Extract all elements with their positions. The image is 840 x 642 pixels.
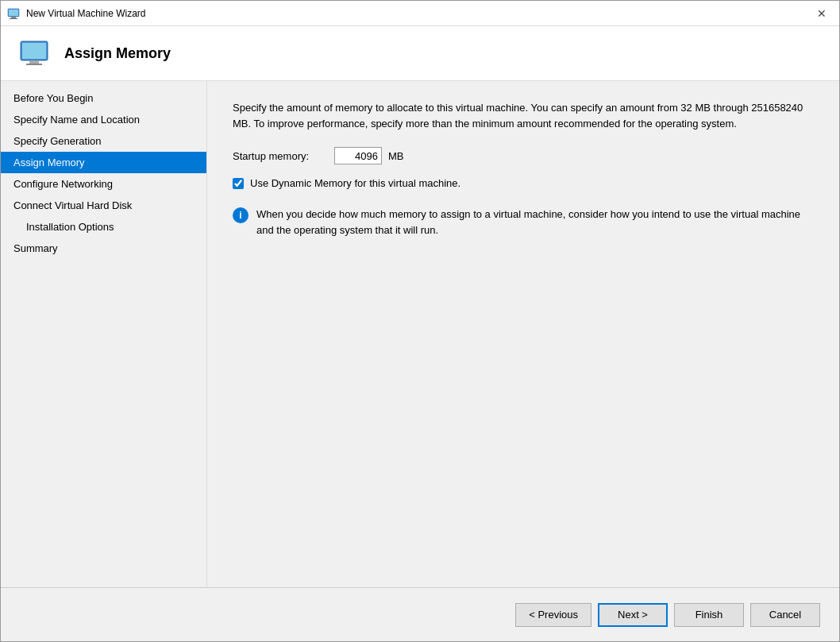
svg-rect-2 [11, 17, 16, 18]
info-icon: i [233, 207, 249, 223]
sidebar-item[interactable]: Specify Generation [1, 130, 206, 152]
memory-row: Startup memory: MB [233, 147, 814, 164]
previous-button[interactable]: < Previous [515, 603, 591, 627]
wizard-window: New Virtual Machine Wizard ✕ Assign Memo… [0, 0, 840, 642]
info-box: i When you decide how much memory to ass… [233, 203, 814, 241]
title-bar-icon [7, 7, 20, 20]
description-text: Specify the amount of memory to allocate… [233, 100, 814, 131]
sidebar-item[interactable]: Installation Options [1, 216, 206, 238]
dynamic-memory-checkbox[interactable] [233, 178, 244, 189]
sidebar-item[interactable]: Connect Virtual Hard Disk [1, 195, 206, 216]
finish-button[interactable]: Finish [674, 603, 744, 627]
content-area: Before You BeginSpecify Name and Locatio… [1, 81, 839, 587]
memory-unit: MB [388, 150, 404, 162]
svg-rect-7 [26, 64, 42, 65]
main-content: Specify the amount of memory to allocate… [207, 81, 839, 587]
svg-rect-1 [9, 10, 18, 16]
svg-rect-5 [22, 43, 46, 59]
title-bar: New Virtual Machine Wizard ✕ [1, 1, 839, 26]
sidebar-item[interactable]: Specify Name and Location [1, 109, 206, 130]
sidebar: Before You BeginSpecify Name and Locatio… [1, 81, 207, 587]
header-vm-icon [20, 41, 52, 66]
cancel-button[interactable]: Cancel [750, 603, 820, 627]
sidebar-item[interactable]: Configure Networking [1, 173, 206, 195]
title-bar-left: New Virtual Machine Wizard [7, 7, 146, 20]
close-button[interactable]: ✕ [811, 5, 833, 22]
sidebar-item[interactable]: Before You Begin [1, 87, 206, 109]
svg-rect-3 [10, 18, 17, 19]
info-text: When you decide how much memory to assig… [256, 207, 814, 238]
dynamic-memory-label: Use Dynamic Memory for this virtual mach… [250, 177, 460, 189]
memory-label: Startup memory: [233, 150, 328, 162]
next-button[interactable]: Next > [598, 603, 668, 627]
footer: < Previous Next > Finish Cancel [1, 587, 839, 641]
sidebar-item[interactable]: Summary [1, 238, 206, 259]
window-title: New Virtual Machine Wizard [26, 8, 146, 19]
page-title: Assign Memory [64, 45, 171, 62]
svg-rect-6 [29, 60, 39, 64]
memory-input[interactable] [334, 147, 382, 164]
sidebar-item[interactable]: Assign Memory [1, 152, 206, 173]
dynamic-memory-row: Use Dynamic Memory for this virtual mach… [233, 177, 814, 189]
header-section: Assign Memory [1, 26, 839, 81]
